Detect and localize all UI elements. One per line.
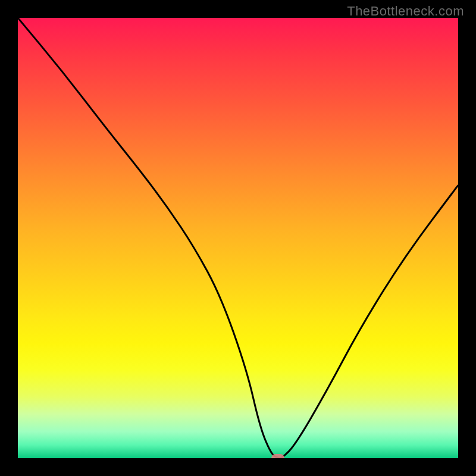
curve-line — [18, 18, 458, 458]
marker-dot — [271, 454, 284, 458]
watermark-label: TheBottleneck.com — [347, 4, 464, 19]
chart-area — [18, 18, 458, 458]
curve-svg — [18, 18, 458, 458]
